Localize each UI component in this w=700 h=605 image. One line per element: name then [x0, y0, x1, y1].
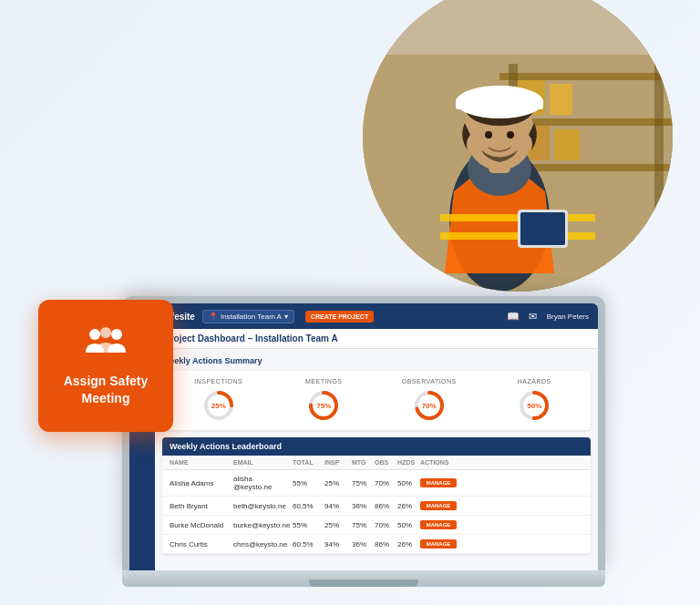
card-title: Assign Safety Meeting [64, 373, 149, 405]
row-email-2: burke@keysto.ne [233, 521, 293, 529]
book-icon[interactable]: 📖 [507, 310, 520, 323]
mail-icon[interactable]: ✉ [527, 310, 540, 323]
row-name-1: Beth Bryant [170, 502, 233, 510]
row-email-0: alisha @keysto.ne [233, 475, 293, 491]
app-body: ⊞ ≡ ▭ ▦ Project Dashboard – Installation… [129, 329, 598, 570]
card-text-line1: Assign Safety [64, 374, 149, 388]
laptop-screen-inner: S safesite 📍 Installation Team A ▾ CREAT… [129, 303, 598, 570]
row-insp-0: 25% [324, 479, 352, 487]
row-email-1: beth@keysto.ne [233, 502, 293, 510]
row-mtg-1: 36% [352, 502, 375, 510]
user-name: Bryan Peters [547, 313, 589, 321]
row-insp-1: 94% [324, 502, 352, 510]
assign-safety-meeting-card[interactable]: Assign Safety Meeting [38, 300, 173, 432]
table-row: Chris Curtis chris@keysto.ne 60.5% 94% 3… [162, 535, 591, 554]
summary-card-inspections: INSPECTIONS 25% [170, 378, 268, 423]
summary-card-hazards: HAZARDS 50% [486, 378, 584, 423]
main-content: Project Dashboard – Installation Team A … [155, 329, 598, 570]
manage-button-0[interactable]: MANAGE [420, 478, 457, 487]
location-icon: 📍 [209, 313, 218, 321]
svg-point-20 [485, 131, 492, 138]
card-label-hazards: HAZARDS [486, 378, 584, 385]
create-project-button[interactable]: CREATE PROJECT [305, 311, 374, 323]
summary-cards: INSPECTIONS 25% [162, 371, 591, 430]
donut-hazards: 50% [517, 388, 551, 423]
donut-text-observations: 70% [412, 388, 447, 423]
col-obs: OBS [375, 459, 397, 466]
col-actions: ACTIONS [420, 459, 457, 466]
row-name-3: Chris Curtis [170, 540, 233, 549]
summary-card-meetings: MEETINGS 75% [275, 378, 374, 423]
col-name: Name [170, 459, 233, 466]
row-obs-3: 86% [375, 540, 397, 549]
row-total-1: 60.5% [293, 502, 324, 510]
row-insp-2: 25% [324, 521, 352, 529]
row-name-0: Alisha Adams [170, 479, 233, 487]
row-mtg-0: 75% [352, 479, 375, 487]
col-mtg: MTG [352, 459, 375, 466]
svg-rect-23 [520, 212, 565, 245]
people-icon [84, 325, 128, 365]
row-hzds-2: 50% [397, 521, 420, 529]
content-area: Weekly Actions Summary INSPECTIONS [155, 349, 598, 561]
laptop-screen-outer: S safesite 📍 Installation Team A ▾ CREAT… [122, 296, 605, 570]
row-name-2: Burke McDonald [170, 521, 233, 529]
card-text-line2: Meeting [82, 391, 130, 405]
card-label-observations: OBSERVATIONS [380, 378, 479, 385]
row-obs-1: 86% [375, 502, 397, 510]
row-obs-2: 70% [375, 521, 397, 529]
col-email: Email [233, 459, 293, 466]
donut-meetings: 75% [306, 388, 341, 423]
donut-text-hazards: 50% [517, 388, 551, 423]
app-header: S safesite 📍 Installation Team A ▾ CREAT… [129, 303, 598, 329]
row-hzds-3: 26% [397, 540, 420, 549]
row-obs-0: 70% [375, 479, 397, 487]
row-hzds-0: 50% [397, 479, 420, 487]
table-row: Alisha Adams alisha @keysto.ne 55% 25% 7… [162, 470, 591, 497]
row-mtg-3: 36% [352, 540, 375, 549]
svg-rect-2 [499, 73, 673, 80]
laptop-base [122, 570, 605, 587]
row-email-3: chris@keysto.ne [233, 540, 293, 549]
location-selector[interactable]: 📍 Installation Team A ▾ [202, 310, 294, 323]
donut-observations: 70% [412, 388, 447, 423]
leaderboard-title: Weekly Actions Leaderboard [162, 437, 591, 456]
svg-point-32 [89, 329, 100, 340]
manage-button-1[interactable]: MANAGE [420, 501, 457, 510]
svg-rect-6 [654, 64, 664, 246]
table-header: Name Email TOTAL INSP MTG OBS HZDS ACTIO… [162, 456, 591, 470]
leaderboard: Weekly Actions Leaderboard Name Email TO… [162, 437, 591, 554]
row-total-2: 55% [293, 521, 324, 529]
table-row: Burke McDonald burke@keysto.ne 55% 25% 7… [162, 516, 591, 535]
svg-rect-8 [550, 84, 572, 115]
card-label-meetings: MEETINGS [275, 378, 374, 385]
chevron-down-icon: ▾ [284, 313, 288, 321]
col-insp: INSP [324, 459, 352, 466]
col-hzds: HZDS [397, 459, 420, 466]
svg-rect-10 [554, 129, 580, 160]
table-row: Beth Bryant beth@keysto.ne 60.5% 94% 36%… [162, 497, 591, 516]
donut-inspections: 25% [201, 388, 236, 423]
col-total: TOTAL [293, 459, 324, 466]
summary-section-title: Weekly Actions Summary [162, 356, 591, 365]
row-mtg-2: 75% [352, 521, 375, 529]
row-total-3: 60.5% [293, 540, 324, 549]
svg-rect-19 [456, 98, 543, 109]
row-total-0: 55% [293, 479, 324, 487]
card-label-inspections: INSPECTIONS [170, 378, 268, 385]
svg-point-21 [507, 131, 514, 138]
row-hzds-1: 26% [397, 502, 420, 510]
donut-text-meetings: 75% [306, 388, 341, 423]
laptop-body: S safesite 📍 Installation Team A ▾ CREAT… [122, 296, 605, 587]
summary-card-observations: OBSERVATIONS 70% [380, 378, 479, 423]
location-text: Installation Team A [221, 313, 282, 321]
donut-text-inspections: 25% [201, 388, 236, 423]
svg-point-34 [100, 327, 111, 338]
row-insp-3: 94% [324, 540, 352, 549]
svg-point-33 [111, 329, 122, 340]
manage-button-2[interactable]: MANAGE [420, 520, 457, 529]
header-right: 📖 ✉ Bryan Peters [507, 310, 589, 323]
page-title: Project Dashboard – Installation Team A [155, 329, 598, 349]
worker-image [363, 0, 673, 292]
manage-button-3[interactable]: MANAGE [420, 539, 457, 549]
